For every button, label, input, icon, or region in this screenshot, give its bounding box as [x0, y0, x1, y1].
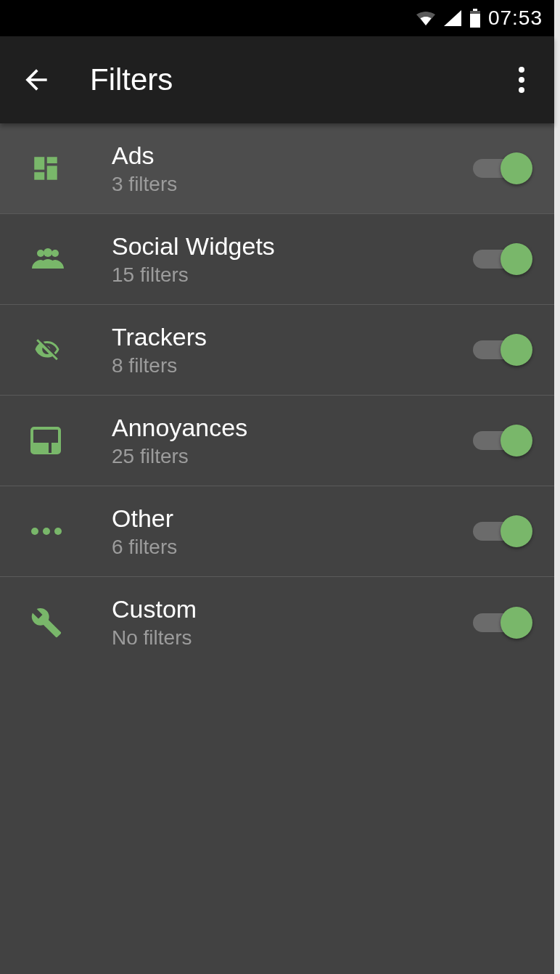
filter-row-subtitle: 6 filters: [112, 536, 473, 559]
filter-row-other[interactable]: Other 6 filters: [0, 486, 554, 577]
svg-rect-14: [32, 443, 59, 453]
toggle-other[interactable]: [473, 515, 532, 547]
more-vert-icon: [518, 65, 525, 94]
svg-rect-2: [470, 14, 480, 28]
svg-point-3: [519, 67, 524, 73]
filter-row-subtitle: 3 filters: [112, 173, 473, 196]
filter-row-subtitle: 25 filters: [112, 445, 473, 468]
filter-row-title: Other: [112, 504, 473, 533]
svg-rect-8: [47, 166, 57, 180]
window-icon: [30, 427, 71, 454]
svg-point-16: [31, 528, 38, 535]
status-time: 07:53: [488, 7, 543, 30]
filter-row-social-widgets[interactable]: Social Widgets 15 filters: [0, 214, 554, 305]
status-bar: 07:53: [0, 0, 554, 36]
filter-row-custom[interactable]: Custom No filters: [0, 577, 554, 668]
svg-point-17: [43, 528, 50, 535]
filter-row-title: Annoyances: [112, 414, 473, 442]
svg-point-4: [519, 77, 524, 83]
more-horiz-icon: [30, 527, 71, 536]
signal-icon: [443, 9, 462, 27]
filter-row-title: Ads: [112, 142, 473, 170]
app-bar: Filters: [0, 36, 554, 123]
svg-point-12: [52, 250, 59, 257]
wrench-icon: [30, 607, 71, 639]
filter-row-title: Custom: [112, 595, 473, 623]
filter-row-trackers[interactable]: Trackers 8 filters: [0, 305, 554, 396]
svg-rect-0: [473, 9, 477, 11]
filter-category-list: Ads 3 filters Social Widgets 15 filters: [0, 123, 554, 974]
svg-rect-7: [47, 157, 57, 163]
overflow-menu-button[interactable]: [503, 58, 540, 102]
back-button[interactable]: [15, 58, 58, 102]
people-icon: [30, 248, 71, 270]
toggle-ads[interactable]: [473, 152, 532, 184]
dashboard-icon: [30, 153, 71, 184]
svg-point-10: [37, 250, 44, 257]
eye-off-icon: [30, 337, 71, 363]
filter-row-ads[interactable]: Ads 3 filters: [0, 123, 554, 214]
filter-row-title: Trackers: [112, 323, 473, 351]
wifi-icon: [416, 9, 436, 27]
svg-rect-6: [34, 157, 44, 170]
battery-icon: [469, 9, 481, 28]
svg-point-11: [44, 248, 52, 257]
page-title: Filters: [90, 62, 503, 97]
svg-point-5: [519, 87, 524, 93]
filter-row-title: Social Widgets: [112, 232, 473, 261]
toggle-social-widgets[interactable]: [473, 243, 532, 275]
filter-row-subtitle: 15 filters: [112, 263, 473, 287]
svg-rect-9: [34, 172, 44, 180]
svg-rect-15: [49, 443, 52, 453]
app-screen: 07:53 Filters: [0, 0, 554, 974]
filter-row-annoyances[interactable]: Annoyances 25 filters: [0, 396, 554, 486]
filter-row-subtitle: No filters: [112, 626, 473, 650]
arrow-back-icon: [20, 64, 52, 96]
toggle-trackers[interactable]: [473, 334, 532, 366]
svg-point-18: [54, 528, 62, 535]
toggle-custom[interactable]: [473, 607, 532, 639]
toggle-annoyances[interactable]: [473, 425, 532, 457]
filter-row-subtitle: 8 filters: [112, 354, 473, 377]
